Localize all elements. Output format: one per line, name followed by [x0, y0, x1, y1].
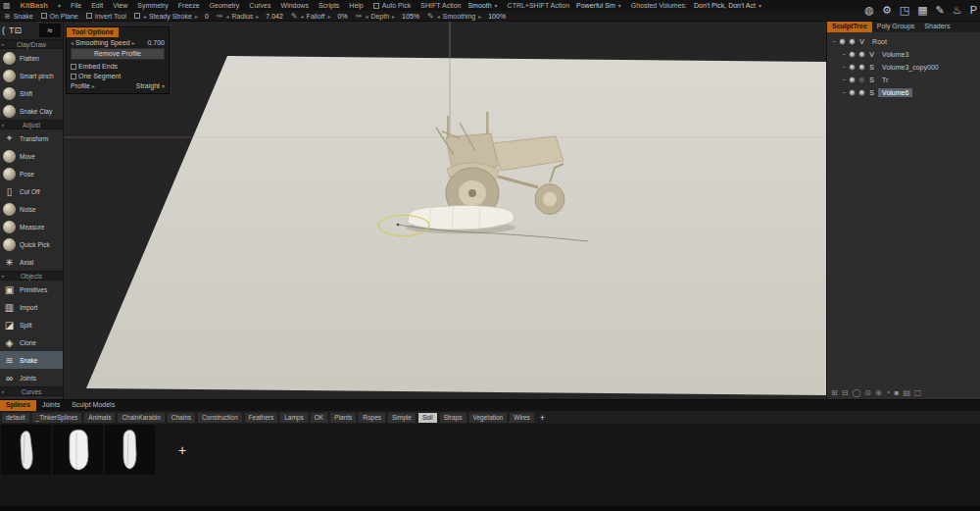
- section-curves[interactable]: ▸Curves: [0, 386, 63, 396]
- section-adjust[interactable]: ▸Adjust: [0, 120, 63, 129]
- volume-name[interactable]: Tr: [878, 76, 892, 84]
- pottery-room-icon[interactable]: ♨: [953, 5, 962, 16]
- collapse-icon[interactable]: −: [842, 64, 846, 71]
- tool-transform[interactable]: ⌖Transform: [0, 129, 63, 147]
- ghost-toggle-icon[interactable]: [858, 77, 865, 83]
- category-feathers[interactable]: Feathers: [245, 413, 278, 423]
- ghost-toggle-icon[interactable]: [858, 89, 865, 96]
- smoothing-value[interactable]: 100%: [488, 13, 506, 20]
- ghost-toggle-icon[interactable]: [858, 51, 865, 58]
- add-category-button[interactable]: +: [537, 413, 548, 423]
- menu-symmetry[interactable]: Symmetry: [137, 2, 169, 9]
- falloff-label[interactable]: Falloff: [307, 13, 325, 20]
- volume-name[interactable]: Root: [868, 37, 891, 46]
- pen-icon[interactable]: ✎: [291, 12, 298, 21]
- menu-curves[interactable]: Curves: [249, 2, 270, 9]
- spline-thumbnail-2[interactable]: [53, 425, 103, 475]
- decrement-arrow-icon[interactable]: ◂: [365, 13, 368, 20]
- on-plane-checkbox[interactable]: [41, 13, 47, 19]
- tool-noise[interactable]: Noise: [0, 200, 63, 218]
- category-soil[interactable]: Soil: [418, 413, 437, 423]
- menu-edit[interactable]: Edit: [91, 2, 103, 9]
- spline-thumbnail-1[interactable]: [1, 425, 51, 475]
- visibility-icon[interactable]: [839, 38, 846, 45]
- category-chains[interactable]: Chains: [168, 413, 195, 423]
- category-ok[interactable]: OK: [311, 413, 327, 423]
- tool-options-tab[interactable]: Tool Options: [67, 27, 119, 37]
- sphere-room-icon[interactable]: ◍: [864, 5, 874, 16]
- stroke-preview-icon[interactable]: ≈: [39, 24, 61, 37]
- ctrl-shift-action-dropdown[interactable]: CTRL+SHIFT Action Powerful Sm ▾: [508, 2, 621, 9]
- viewport-canvas[interactable]: [64, 22, 826, 399]
- collapse-icon[interactable]: −: [842, 51, 846, 58]
- category-lamps[interactable]: Lamps: [280, 413, 308, 423]
- collapse-icon[interactable]: −: [842, 77, 846, 83]
- collapse-icon[interactable]: −: [842, 89, 846, 96]
- voxel-room-icon[interactable]: ▦: [917, 5, 927, 16]
- text-tool-icon[interactable]: T⊡: [9, 26, 22, 35]
- visibility-icon[interactable]: [849, 51, 856, 58]
- radius-label[interactable]: Radius: [232, 13, 254, 20]
- steady-stroke-value[interactable]: 0: [205, 13, 209, 20]
- delete-icon[interactable]: ▢: [914, 388, 922, 397]
- tree-row[interactable]: − S Tr: [827, 74, 980, 86]
- fill-icon[interactable]: ■: [895, 388, 900, 397]
- visibility-icon[interactable]: [849, 89, 856, 96]
- section-objects[interactable]: ▸Objects: [0, 271, 63, 281]
- tool-primitives[interactable]: ▣Primitives: [0, 281, 63, 298]
- scene-menu-button[interactable]: KitBash: [21, 1, 48, 10]
- tool-quick-pick[interactable]: Quick Pick: [0, 235, 63, 253]
- pen-icon[interactable]: ✎: [427, 12, 434, 21]
- volume-name[interactable]: Volume3_copy000: [878, 63, 943, 72]
- remove-profile-button[interactable]: Remove Profile: [71, 48, 165, 60]
- menu-view[interactable]: View: [113, 2, 127, 9]
- decrement-arrow-icon[interactable]: ◂: [301, 13, 304, 20]
- smoothing-label[interactable]: Smoothing: [443, 13, 475, 20]
- tab-splines[interactable]: Splines: [0, 400, 36, 411]
- paren-tool-icon[interactable]: (: [2, 26, 5, 35]
- tool-split[interactable]: ◪Split: [0, 316, 63, 333]
- menu-file[interactable]: File: [71, 2, 81, 9]
- tab-poly-groups[interactable]: Poly Groups: [872, 22, 920, 32]
- tool-snake[interactable]: ≋Snake: [0, 351, 63, 369]
- tool-pose[interactable]: Pose: [0, 165, 63, 182]
- paint-room-icon[interactable]: ✎: [936, 5, 945, 16]
- tool-axial[interactable]: ✳Axial: [0, 253, 63, 271]
- decrement-arrow-icon[interactable]: ◂: [143, 13, 146, 20]
- tree-row[interactable]: − S Volume3_copy000: [827, 61, 980, 74]
- category-vegetation[interactable]: Vegetation: [469, 413, 508, 423]
- pen-pressure-icon[interactable]: ✑: [217, 12, 223, 21]
- category-plants[interactable]: Plants: [330, 413, 356, 423]
- visibility-icon[interactable]: [849, 64, 856, 71]
- tool-clone[interactable]: ◈Clone: [0, 333, 63, 351]
- category-tinkersplines[interactable]: _TinkerSplines: [32, 413, 82, 423]
- tool-import[interactable]: ▥Import: [0, 298, 63, 316]
- shapes-room-icon[interactable]: ◳: [900, 5, 909, 16]
- tool-measure[interactable]: Measure: [0, 218, 63, 235]
- category-simple[interactable]: Simple: [388, 413, 416, 423]
- visibility-icon[interactable]: [849, 77, 856, 83]
- depth-label[interactable]: Depth: [370, 13, 389, 20]
- tree-row-selected[interactable]: − S Volume6: [827, 86, 980, 99]
- category-default[interactable]: default: [2, 413, 29, 423]
- category-straps[interactable]: Straps: [440, 413, 466, 423]
- menu-scripts[interactable]: Scripts: [318, 2, 339, 9]
- tool-smart-pinch[interactable]: Smart pinch: [0, 67, 63, 84]
- menu-help[interactable]: Help: [349, 2, 363, 9]
- spline-thumbnail-3[interactable]: [105, 425, 155, 475]
- decrement-arrow-icon[interactable]: ◂: [437, 13, 440, 20]
- category-chainkarabin[interactable]: ChainKarabin: [118, 413, 164, 423]
- tool-flatten[interactable]: Flatten: [0, 49, 63, 67]
- ghost-toggle-icon[interactable]: [849, 38, 856, 45]
- category-animals[interactable]: Animals: [84, 413, 115, 423]
- tree-row[interactable]: − V Volume3: [827, 48, 980, 61]
- file-icon[interactable]: ▤: [903, 388, 910, 397]
- history-icon[interactable]: ◔: [886, 388, 891, 397]
- tool-cut-off[interactable]: ▯Cut Off: [0, 182, 63, 200]
- tool-move[interactable]: Move: [0, 147, 63, 165]
- increment-arrow-icon[interactable]: ▸: [328, 13, 331, 20]
- category-construction[interactable]: Construction: [198, 413, 242, 423]
- steady-stroke-checkbox[interactable]: [134, 13, 140, 19]
- invert-tool-checkbox[interactable]: [86, 13, 92, 19]
- menu-freeze[interactable]: Freeze: [178, 2, 200, 9]
